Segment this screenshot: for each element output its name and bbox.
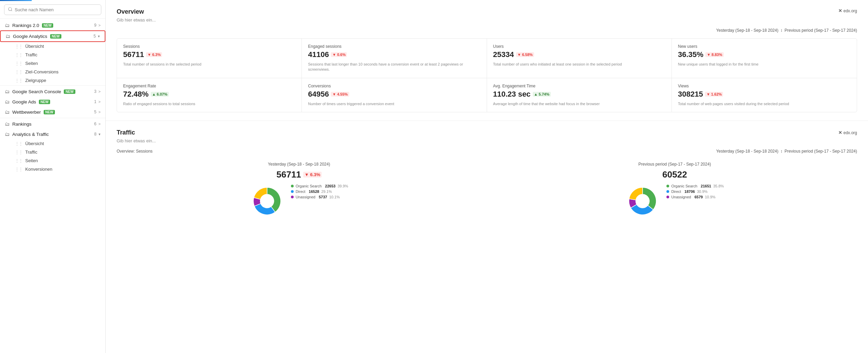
metric-desc: Sessions that last longer than 10 second… — [308, 62, 480, 72]
donut-period-label: Previous period (Sep-17 - Sep-17 2024) — [492, 162, 857, 167]
legend-pct: 10.1% — [329, 195, 340, 199]
metric-change: ▲ 6.07% — [151, 92, 169, 97]
at-subitem-label-seiten: Seiten — [25, 158, 38, 163]
metric-value: 36.35% ▼ 8.83% — [678, 50, 851, 59]
metric-change: ▲ 5.74% — [533, 92, 551, 97]
legend-label: Organic Search — [296, 184, 322, 188]
at-subitem-seiten[interactable]: ⋮⋮ Seiten — [10, 156, 105, 165]
sidebar-item-gsc[interactable]: 🗂 Google Search Console NEW 3 > — [0, 86, 105, 97]
metric-change: ▼ 1.62% — [705, 92, 723, 97]
metric-cell: Sessions 56711 ▼ 6.3% Total number of se… — [117, 39, 302, 78]
at-subitem-traffic[interactable]: ⋮⋮ Traffic — [10, 148, 105, 156]
sidebar-item-google-analytics[interactable]: 🗂 Google Analytics NEW 5 ▾ — [0, 30, 105, 42]
at-subitem-konversionen[interactable]: ⋮⋮ Konversionen — [10, 165, 105, 173]
nav-badge-wett: NEW — [44, 110, 55, 114]
nav-arrow-ga: ▾ — [98, 34, 100, 39]
at-subitem-label-konversionen: Konversionen — [25, 167, 53, 172]
legend-value: 6579 — [694, 195, 703, 199]
legend-item: Direct 16528 29.1% — [291, 189, 348, 194]
metric-desc: Total number of web pages users visited … — [678, 101, 851, 107]
legend-label: Direct — [671, 189, 681, 194]
overview-date-info: Yesterday (Sep-18 - Sep-18 2024) ↕ Previ… — [117, 28, 857, 33]
sidebar: 🗂 Rankings 2.0 NEW 9 > 🗂 Google Analytic… — [0, 0, 106, 353]
sidebar-subitem-zielgruppe[interactable]: ⋮⋮ Zielgruppe — [10, 76, 105, 85]
metric-desc: Number of times users triggered a conver… — [308, 101, 480, 107]
folder-icon-wett: 🗂 — [5, 109, 10, 115]
nav-label-rankings: Rankings — [12, 122, 31, 127]
donut-col-previous: Previous period (Sep-17 - Sep-17 2024) 6… — [492, 162, 857, 218]
subitem-label-seiten: Seiten — [25, 61, 38, 66]
subitem-label-ziel: Ziel-Conversions — [25, 69, 59, 74]
nav-count-rankings20: 9 — [94, 23, 97, 28]
subitem-label-traffic: Traffic — [25, 52, 37, 57]
metric-value: 110.23 sec ▲ 5.74% — [493, 90, 665, 99]
overview-section: Overview ✕ edx.org Gib hier etwas ein...… — [106, 0, 868, 121]
dots-icon-at4: ⋮⋮ — [15, 167, 23, 172]
legend-pct: 39.9% — [338, 184, 348, 188]
search-box[interactable] — [4, 4, 101, 15]
at-subitem-ubersicht[interactable]: ⋮⋮ Übersicht — [10, 139, 105, 148]
traffic-subtitle: Gib hier etwas ein... — [117, 138, 857, 143]
legend-value: 18706 — [685, 189, 695, 194]
dots-icon-at3: ⋮⋮ — [15, 158, 23, 163]
nav-count-at: 8 — [94, 132, 97, 137]
legend-dot — [666, 190, 669, 193]
sidebar-subitem-seiten[interactable]: ⋮⋮ Seiten — [10, 59, 105, 68]
dots-icon: ⋮⋮ — [15, 70, 23, 74]
ga-subitems: ⋮⋮ Übersicht ⋮⋮ Traffic ⋮⋮ Seiten ⋮⋮ Zie… — [0, 42, 105, 85]
metric-value: 308215 ▼ 1.62% — [678, 90, 851, 99]
sidebar-item-analytics-traffic[interactable]: 🗂 Analytics & Traffic 8 ▾ — [0, 129, 105, 139]
metric-change: ▼ 6.3% — [146, 52, 162, 57]
donut-period-label: Yesterday (Sep-18 - Sep-18 2024) — [117, 162, 482, 167]
divider — [0, 85, 105, 86]
metric-desc: Ratio of engaged sessions to total sessi… — [123, 101, 295, 107]
edx-logo-text: edx.org — [843, 9, 857, 13]
legend-value: 21651 — [701, 184, 711, 188]
traffic-section: Traffic ✕ edx.org Gib hier etwas ein... … — [106, 121, 868, 226]
donut-total: 56711 ▼ 6.3% — [117, 169, 482, 180]
folder-icon-ga: 🗂 — [5, 33, 10, 39]
metrics-grid: Sessions 56711 ▼ 6.3% Total number of se… — [117, 38, 857, 112]
sidebar-item-wettbewerber[interactable]: 🗂 Wettbewerber NEW 5 > — [0, 107, 105, 117]
folder-icon-rank: 🗂 — [5, 121, 10, 127]
metric-cell: Engagement Rate 72.48% ▲ 6.07% Ratio of … — [117, 78, 302, 112]
traffic-sort-icon: ↕ — [780, 149, 782, 154]
folder-icon-ads: 🗂 — [5, 99, 10, 104]
search-icon — [8, 7, 13, 13]
sidebar-subitem-traffic[interactable]: ⋮⋮ Traffic — [10, 51, 105, 59]
sidebar-item-google-ads[interactable]: 🗂 Google Ads NEW 1 > — [0, 97, 105, 107]
search-input[interactable] — [15, 7, 98, 12]
divider2 — [0, 118, 105, 118]
nav-label-gsc: Google Search Console — [12, 89, 61, 94]
legend-value: 5737 — [319, 195, 327, 199]
metric-value: 25334 ▼ 6.58% — [493, 50, 665, 59]
nav-count-ads: 1 — [94, 99, 97, 104]
folder-icon-at: 🗂 — [5, 131, 10, 137]
nav-label-at: Analytics & Traffic — [12, 132, 49, 137]
metric-change: ▼ 0.6% — [331, 52, 347, 57]
sidebar-item-rankings20[interactable]: 🗂 Rankings 2.0 NEW 9 > — [0, 20, 105, 30]
dots-icon-at1: ⋮⋮ — [15, 141, 23, 146]
metric-cell: Views 308215 ▼ 1.62% Total number of web… — [672, 78, 857, 112]
legend-value: 16528 — [309, 189, 319, 194]
search-container — [0, 1, 105, 19]
metric-label: Views — [678, 84, 851, 88]
subitem-label-ubersicht: Übersicht — [25, 44, 44, 49]
legend-dot — [291, 190, 294, 193]
nav-label-rankings20: Rankings 2.0 — [12, 23, 39, 28]
legend-item: Organic Search 22653 39.9% — [291, 184, 348, 188]
metric-value: 72.48% ▲ 6.07% — [123, 90, 295, 99]
donut-legend: Organic Search 22653 39.9% Direct 16528 … — [291, 184, 348, 199]
legend-label: Organic Search — [671, 184, 697, 188]
nav-arrow-wett: > — [99, 110, 101, 114]
sidebar-subitem-ubersicht[interactable]: ⋮⋮ Übersicht — [10, 42, 105, 51]
dots-icon: ⋮⋮ — [15, 53, 23, 57]
nav-section: 🗂 Rankings 2.0 NEW 9 > 🗂 Google Analytic… — [0, 19, 105, 175]
traffic-date-row: Yesterday (Sep-18 - Sep-18 2024) ↕ Previ… — [716, 149, 857, 154]
metric-cell: Users 25334 ▼ 6.58% Total number of user… — [487, 39, 672, 78]
sidebar-item-rankings[interactable]: 🗂 Rankings 6 > — [0, 119, 105, 129]
sidebar-subitem-ziel-conversions[interactable]: ⋮⋮ Ziel-Conversions — [10, 68, 105, 76]
metric-desc: New unique users that logged in for the … — [678, 62, 851, 67]
overview-subtitle: Gib hier etwas ein... — [117, 17, 857, 23]
nav-badge-ads: NEW — [39, 100, 50, 104]
